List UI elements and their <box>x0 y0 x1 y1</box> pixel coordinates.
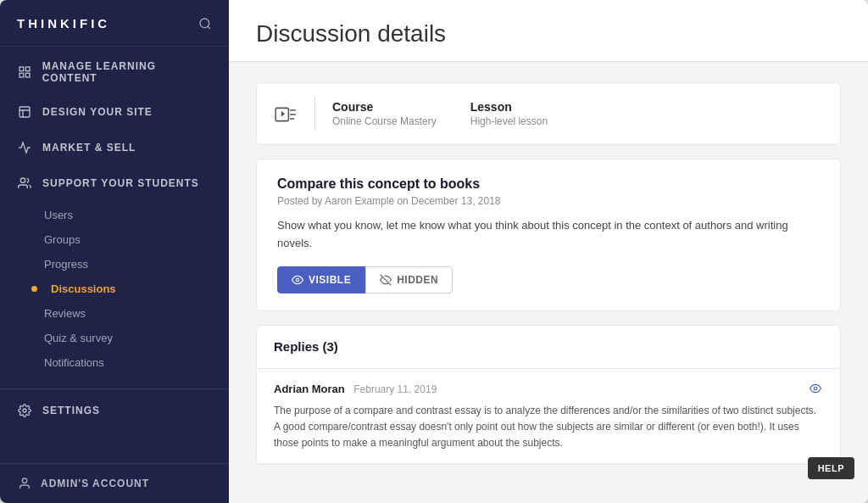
meta-group: Course Online Course Mastery Lesson High… <box>332 100 548 127</box>
discussion-card: Compare this concept to books Posted by … <box>256 159 841 311</box>
reply-text: The purpose of a compare and contrast es… <box>274 403 823 452</box>
sidebar-item-users[interactable]: Users <box>0 203 229 227</box>
lesson-info: Lesson High-level lesson <box>470 100 548 127</box>
sidebar-sub-menu: Users Groups Progress Discussions Review… <box>0 201 229 382</box>
sidebar-item-support-students[interactable]: SUPPORT YOUR STUDENTS <box>0 165 229 201</box>
svg-line-1 <box>208 26 210 29</box>
svg-point-0 <box>200 19 209 28</box>
reply-author-info: Adrian Moran February 11, 2019 <box>274 381 437 396</box>
account-label: ADMIN'S ACCOUNT <box>41 478 149 489</box>
sidebar-item-label: SUPPORT YOUR STUDENTS <box>42 177 199 189</box>
sidebar: THINKIFIC MANAGE LEARNING CONTENT <box>0 0 229 503</box>
sidebar-item-design-site[interactable]: DESIGN YOUR SITE <box>0 94 229 130</box>
sidebar-divider <box>0 388 229 389</box>
sidebar-item-quiz-survey[interactable]: Quiz & survey <box>0 326 229 350</box>
course-label: Course <box>332 100 437 114</box>
sidebar-item-reviews[interactable]: Reviews <box>0 301 229 326</box>
page-header: Discussion details <box>229 0 868 62</box>
svg-point-11 <box>22 478 26 483</box>
sidebar-item-label: DESIGN YOUR SITE <box>42 106 153 118</box>
lesson-value: High-level lesson <box>470 115 548 127</box>
course-info: Course Online Course Mastery <box>332 100 437 127</box>
replies-card: Replies (3) Adrian Moran February 11, 20… <box>256 325 841 466</box>
visibility-buttons: VISIBLE HIDDEN <box>277 266 820 293</box>
sidebar-bottom: ADMIN'S ACCOUNT <box>0 463 229 503</box>
sidebar-item-discussions[interactable]: Discussions <box>0 277 229 301</box>
replies-title: Replies (3) <box>274 339 338 354</box>
discussion-title: Compare this concept to books <box>277 176 820 192</box>
sidebar-item-groups[interactable]: Groups <box>0 227 229 252</box>
sidebar-item-market-sell[interactable]: MARKET & SELL <box>0 130 229 165</box>
sidebar-item-progress[interactable]: Progress <box>0 252 229 277</box>
replies-header: Replies (3) <box>257 326 840 369</box>
reply-date: February 11, 2019 <box>353 383 437 395</box>
layout-icon <box>17 104 32 120</box>
lesson-label: Lesson <box>470 100 548 114</box>
reply-visibility-icon[interactable] <box>808 381 823 396</box>
course-value: Online Course Mastery <box>332 115 437 127</box>
sidebar-item-label: MANAGE LEARNING CONTENT <box>42 60 212 84</box>
svg-rect-2 <box>19 67 24 71</box>
meta-divider <box>314 97 315 131</box>
main-content: Discussion details Course <box>229 0 868 503</box>
sidebar-account[interactable]: ADMIN'S ACCOUNT <box>0 463 229 503</box>
hidden-button[interactable]: HIDDEN <box>365 266 453 293</box>
reply-item: Adrian Moran February 11, 2019 The purpo… <box>257 369 840 465</box>
meta-card: Course Online Course Mastery Lesson High… <box>256 82 841 145</box>
svg-rect-3 <box>25 67 30 71</box>
settings-label: SETTINGS <box>42 405 100 416</box>
main-body: Course Online Course Mastery Lesson High… <box>229 62 868 503</box>
active-indicator <box>31 286 37 292</box>
sidebar-nav-section: MANAGE LEARNING CONTENT DESIGN YOUR SITE <box>0 47 229 385</box>
visible-button[interactable]: VISIBLE <box>277 266 365 293</box>
grid-icon <box>17 64 32 80</box>
svg-rect-5 <box>25 73 30 77</box>
search-icon[interactable] <box>198 15 212 31</box>
chart-icon <box>17 140 32 155</box>
svg-rect-6 <box>19 107 30 117</box>
reply-author: Adrian Moran <box>274 383 345 395</box>
sidebar-item-manage-learning[interactable]: MANAGE LEARNING CONTENT <box>0 50 229 94</box>
svg-point-10 <box>23 409 26 412</box>
sidebar-item-settings[interactable]: SETTINGS <box>0 393 229 428</box>
reply-author-row: Adrian Moran February 11, 2019 <box>274 381 823 396</box>
sidebar-item-notifications[interactable]: Notifications <box>0 350 229 375</box>
sidebar-logo: THINKIFIC <box>0 0 229 47</box>
svg-rect-4 <box>19 73 24 77</box>
users-icon <box>17 176 32 191</box>
discussion-body: Show what you know, let me know what you… <box>277 217 820 253</box>
help-button[interactable]: HELP <box>808 457 854 479</box>
logo-text: THINKIFIC <box>17 16 110 31</box>
discussion-meta: Posted by Aaron Example on December 13, … <box>277 195 820 207</box>
svg-point-18 <box>814 388 817 391</box>
svg-point-9 <box>20 178 25 182</box>
course-icon <box>274 103 298 125</box>
svg-point-16 <box>296 278 299 282</box>
gear-icon <box>17 403 32 418</box>
account-icon <box>17 476 32 491</box>
sidebar-item-label: MARKET & SELL <box>42 142 136 154</box>
page-title: Discussion details <box>256 20 841 48</box>
